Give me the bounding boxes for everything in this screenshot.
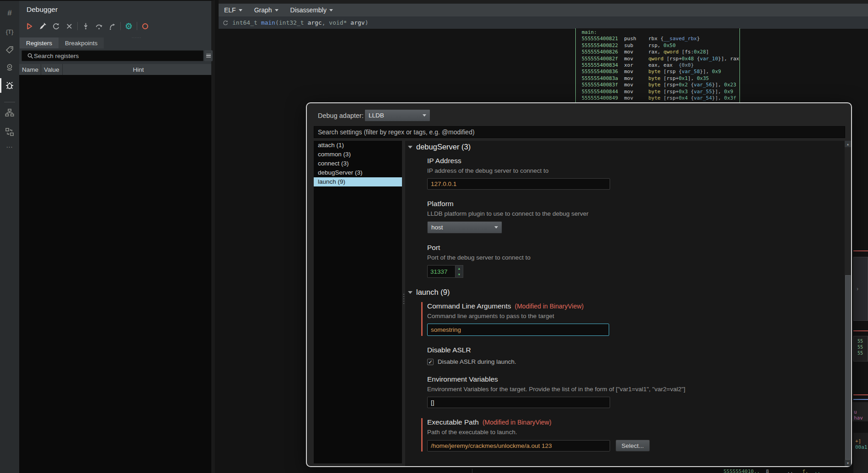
icon-rail: # {T} ... bbox=[0, 0, 19, 473]
spin-down-icon[interactable]: ▼ bbox=[455, 271, 463, 277]
settings-category-list[interactable]: attach (1)common (3)connect (3)debugServ… bbox=[314, 141, 402, 463]
column-header-hint[interactable]: Hint bbox=[63, 64, 211, 75]
disassembly-line[interactable]: 555555400849 mov byte [rsp+0x4 {var_54}]… bbox=[582, 95, 739, 101]
step-into-button[interactable] bbox=[79, 20, 92, 32]
search-registers-input[interactable] bbox=[21, 50, 204, 61]
registers-table-body[interactable] bbox=[19, 75, 211, 473]
group-debugserver: IP Address IP address of the debug serve… bbox=[405, 157, 845, 278]
function-signature[interactable]: int64_t main(int32_t argc, void* argv) bbox=[232, 19, 368, 26]
disassembly-line[interactable]: 555555400826 mov rax, qword [fs:0x28] bbox=[582, 49, 739, 55]
environment-variables-input[interactable] bbox=[427, 397, 610, 408]
setting-description: Command line arguments to pass to the ta… bbox=[427, 313, 845, 319]
collapse-triangle-icon[interactable] bbox=[408, 291, 413, 294]
function-signature-bar: int64_t main(int32_t argc, void* argv) bbox=[219, 16, 868, 29]
category-item[interactable]: connect (3) bbox=[314, 159, 402, 168]
debug-adapter-settings-dialog: Debug adapter: LLDB attach (1)common (3)… bbox=[306, 102, 852, 467]
port-input[interactable] bbox=[427, 265, 455, 278]
splitter-drag-handle[interactable] bbox=[403, 294, 404, 304]
settings-content: debugServer (3) IP Address IP address of… bbox=[405, 141, 845, 466]
search-options-menu-icon[interactable] bbox=[204, 50, 213, 61]
disassembly-line[interactable]: 555555400821 push rbx {__saved_rbx} bbox=[582, 36, 739, 42]
disable-aslr-row: ✓ Disable ASLR during launch. bbox=[427, 358, 845, 365]
panel-title: Debugger bbox=[27, 5, 58, 14]
group-launch: Command Line Arguments (Modified in Bina… bbox=[405, 302, 845, 452]
setting-name: Platform bbox=[427, 200, 845, 208]
scrollbar-thumb[interactable] bbox=[845, 275, 851, 460]
tab-registers[interactable]: Registers bbox=[20, 37, 59, 48]
debugger-icon[interactable] bbox=[0, 79, 19, 92]
menu-elf[interactable]: ELF bbox=[224, 6, 242, 14]
disassembly-line[interactable]: main: bbox=[582, 29, 739, 36]
setting-description: LLDB platform plugin to use to connect t… bbox=[427, 210, 845, 217]
graph-node-fragment: 555555 bbox=[853, 336, 868, 361]
cross-references-icon[interactable]: # bbox=[0, 7, 19, 19]
settings-search-input[interactable] bbox=[314, 126, 845, 138]
platform-select[interactable]: host bbox=[427, 221, 502, 234]
setting-name: Command Line Arguments (Modified in Bina… bbox=[427, 302, 845, 310]
debugger-settings-gear-icon[interactable]: ⚙ bbox=[122, 20, 135, 32]
select-file-button[interactable]: Select... bbox=[616, 440, 650, 452]
mini-graph-icon[interactable] bbox=[0, 107, 19, 119]
quit-button[interactable] bbox=[63, 20, 76, 32]
category-item[interactable]: debugServer (3) bbox=[314, 168, 402, 177]
menu-graph[interactable]: Graph bbox=[254, 6, 279, 14]
executable-path-input[interactable] bbox=[427, 440, 610, 452]
scroll-down-icon[interactable]: ▼ bbox=[845, 460, 851, 466]
settings-scrollbar[interactable]: ▲ ▼ bbox=[845, 141, 851, 466]
ip-address-input[interactable] bbox=[427, 178, 610, 190]
tags-icon[interactable] bbox=[0, 44, 19, 56]
restart-button[interactable] bbox=[49, 20, 63, 32]
refresh-icon[interactable] bbox=[222, 20, 229, 26]
disassembly-line[interactable]: 555555400844 mov byte [rsp+0x3 {var_55}]… bbox=[582, 89, 739, 95]
toolbar-drag-handle[interactable]: ...... bbox=[132, 34, 141, 39]
panel-tabs: Registers Breakpoints bbox=[20, 37, 104, 48]
command-line-arguments-input[interactable] bbox=[427, 324, 609, 336]
category-item[interactable]: common (3) bbox=[314, 150, 402, 159]
toolbar-separator bbox=[77, 22, 78, 30]
section-header-debugserver[interactable]: debugServer (3) bbox=[408, 143, 845, 151]
category-item[interactable]: attach (1) bbox=[314, 141, 402, 150]
setting-platform: Platform LLDB platform plugin to use to … bbox=[427, 200, 845, 234]
chevron-down-icon bbox=[239, 9, 242, 11]
modified-badge: (Modified in BinaryView) bbox=[482, 419, 552, 426]
disassembly-line[interactable]: 55555540083a mov byte [rsp+0x1], 0x35 bbox=[582, 75, 739, 82]
disable-aslr-checkbox[interactable]: ✓ bbox=[427, 359, 434, 365]
disassembly-line[interactable]: 555555400822 sub rsp, 0x50 bbox=[582, 43, 739, 49]
disassembly-bottom-fragment: 5555554010.. 8 .. f. .. bbox=[723, 468, 820, 473]
tab-breakpoints[interactable]: Breakpoints bbox=[59, 37, 104, 48]
variables-sync-icon[interactable] bbox=[0, 126, 19, 138]
attach-pid-button[interactable] bbox=[36, 20, 49, 32]
collapse-triangle-icon[interactable] bbox=[408, 146, 413, 149]
setting-description: IP address of the debug server to connec… bbox=[427, 167, 845, 174]
graph-node-fragment: u hav bbox=[852, 402, 868, 421]
column-header-name[interactable]: Name bbox=[19, 64, 41, 75]
chevron-right-icon: › bbox=[857, 286, 858, 292]
disassembly-line[interactable]: 555555400836 mov byte [rsp {var_58}], 0x… bbox=[582, 69, 739, 75]
run-button[interactable] bbox=[23, 20, 36, 32]
halt-button[interactable] bbox=[139, 20, 152, 32]
registers-table-header: Name Value Hint bbox=[19, 64, 211, 75]
more-panels-icon[interactable]: ... bbox=[0, 141, 19, 150]
step-out-button[interactable] bbox=[106, 20, 119, 32]
graph-edge-red bbox=[853, 250, 868, 251]
register-search-row bbox=[21, 50, 213, 61]
disassembly-line[interactable]: 55555540083f mov byte [rsp+0x2 {var_56}]… bbox=[582, 82, 739, 88]
section-header-launch[interactable]: launch (9) bbox=[408, 288, 845, 297]
step-over-button[interactable] bbox=[92, 20, 106, 32]
memory-map-icon[interactable] bbox=[0, 62, 19, 74]
setting-description: Environment Variables for the target. Pr… bbox=[427, 386, 845, 393]
spin-up-icon[interactable]: ▲ bbox=[455, 266, 463, 271]
setting-environment-variables: Environment Variables Environment Variab… bbox=[427, 375, 845, 408]
debug-adapter-select[interactable]: LLDB bbox=[364, 109, 430, 122]
scroll-up-icon[interactable]: ▲ bbox=[845, 141, 851, 147]
pane-divider bbox=[472, 469, 472, 473]
menu-disassembly[interactable]: Disassembly bbox=[290, 6, 333, 14]
column-header-value[interactable]: Value bbox=[41, 64, 63, 75]
disassembly-line[interactable]: 55555540082f mov qword [rsp+0x48 {var_10… bbox=[582, 56, 739, 62]
graph-node-fragment: +] 00a1 bbox=[853, 433, 868, 473]
disassembly-line[interactable]: 555555400834 xor eax, eax {0x0} bbox=[582, 62, 739, 69]
category-item[interactable]: launch (9) bbox=[314, 177, 402, 186]
types-icon[interactable]: {T} bbox=[0, 26, 19, 37]
view-menubar: ELF Graph Disassembly bbox=[219, 4, 868, 16]
toolbar-separator bbox=[137, 22, 137, 30]
